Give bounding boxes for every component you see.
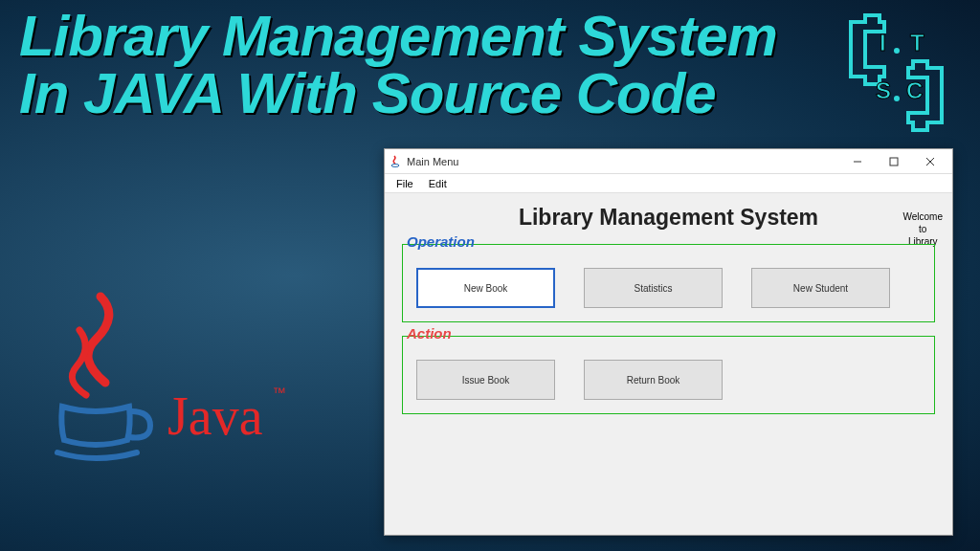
action-panel: Action Issue Book Return Book bbox=[402, 336, 935, 414]
window-controls bbox=[839, 150, 948, 173]
svg-point-5 bbox=[894, 48, 900, 54]
window-title: Main Menu bbox=[407, 156, 839, 167]
action-label: Action bbox=[403, 325, 456, 342]
thumbnail-headline: Library Management System In JAVA With S… bbox=[19, 8, 777, 122]
java-app-icon bbox=[389, 155, 402, 168]
svg-text:S: S bbox=[876, 77, 891, 103]
svg-point-4 bbox=[894, 96, 900, 101]
operation-panel: Operation New Book Statistics New Studen… bbox=[402, 244, 935, 322]
new-book-button[interactable]: New Book bbox=[416, 268, 555, 308]
issue-book-button[interactable]: Issue Book bbox=[416, 360, 555, 400]
new-student-button[interactable]: New Student bbox=[751, 268, 890, 308]
minimize-button[interactable] bbox=[839, 150, 876, 173]
return-book-button[interactable]: Return Book bbox=[584, 360, 723, 400]
app-content: Library Management System Welcome to Lib… bbox=[385, 205, 952, 546]
java-tm: ™ bbox=[273, 385, 286, 400]
menu-file[interactable]: File bbox=[389, 176, 421, 191]
headline-line-2: In JAVA With Source Code bbox=[19, 65, 777, 122]
itsc-logo-icon: I T S C bbox=[832, 8, 961, 137]
window-titlebar[interactable]: Main Menu bbox=[385, 149, 952, 174]
statistics-button[interactable]: Statistics bbox=[584, 268, 723, 308]
java-text: Java bbox=[167, 386, 263, 447]
menubar: File Edit bbox=[385, 174, 952, 193]
headline-line-1: Library Management System bbox=[19, 8, 777, 65]
svg-point-6 bbox=[391, 164, 399, 166]
java-cup-icon bbox=[53, 292, 158, 483]
maximize-button[interactable] bbox=[876, 150, 912, 173]
svg-text:C: C bbox=[906, 77, 923, 103]
welcome-label: Welcome to Library bbox=[903, 210, 944, 248]
svg-text:I: I bbox=[880, 30, 886, 55]
close-button[interactable] bbox=[912, 150, 948, 173]
svg-text:T: T bbox=[910, 30, 924, 55]
app-heading: Library Management System bbox=[385, 205, 952, 231]
operation-label: Operation bbox=[403, 233, 479, 250]
java-logo: Java ™ bbox=[53, 292, 286, 483]
menu-edit[interactable]: Edit bbox=[421, 176, 455, 191]
app-window: Main Menu File Edit Library Management S… bbox=[384, 148, 953, 536]
svg-rect-8 bbox=[890, 158, 898, 165]
